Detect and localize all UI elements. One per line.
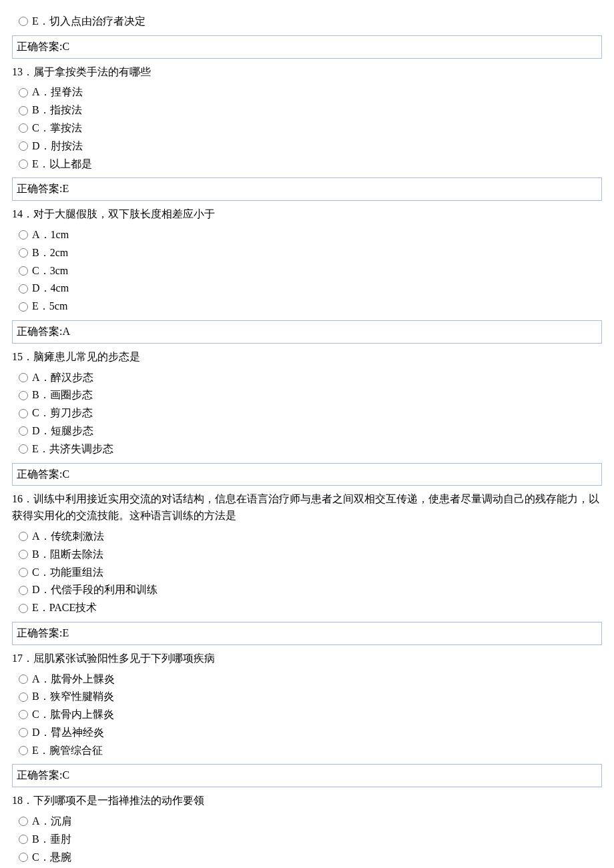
option-row[interactable]: A．传统刺激法: [12, 528, 602, 545]
radio-icon: [19, 444, 28, 454]
option-row[interactable]: B．阻断去除法: [12, 546, 602, 563]
option-text: E．以上都是: [32, 156, 92, 173]
option-row[interactable]: E．切入点由治疗者决定: [12, 13, 602, 30]
radio-icon: [19, 88, 28, 97]
option-row[interactable]: B．画圈步态: [12, 387, 602, 404]
answer-label: 正确答案:: [17, 326, 62, 337]
option-row[interactable]: E．以上都是: [12, 156, 602, 173]
option-text: E．腕管综合征: [32, 743, 103, 759]
option-text: A．1cm: [32, 227, 69, 244]
radio-icon: [19, 710, 28, 719]
answer-value: C: [62, 468, 69, 480]
question-partial-top: E．切入点由治疗者决定 正确答案:C: [12, 13, 602, 59]
option-text: C．肱骨内上髁炎: [32, 707, 114, 723]
option-text: B．阻断去除法: [32, 546, 103, 563]
option-row[interactable]: A．1cm: [12, 227, 602, 244]
option-row[interactable]: C．剪刀步态: [12, 405, 602, 422]
option-row[interactable]: A．醉汉步态: [12, 370, 602, 386]
question-block: 13．属于拿按类手法的有哪些A．捏脊法B．指按法C．掌按法D．肘按法E．以上都是…: [12, 64, 602, 201]
option-text: A．醉汉步态: [32, 370, 93, 386]
question-block: 15．脑瘫患儿常见的步态是A．醉汉步态B．画圈步态C．剪刀步态D．短腿步态E．共…: [12, 349, 602, 486]
option-row[interactable]: D．代偿手段的利用和训练: [12, 582, 602, 598]
option-row[interactable]: B．指按法: [12, 102, 602, 119]
option-row[interactable]: E．腕管综合征: [12, 743, 602, 759]
radio-icon: [19, 266, 28, 276]
option-text: D．臂丛神经炎: [32, 725, 104, 741]
answer-box: 正确答案:E: [12, 177, 602, 201]
question-stem: 14．对于大腿假肢，双下肢长度相差应小于: [12, 206, 602, 223]
option-row[interactable]: D．臂丛神经炎: [12, 725, 602, 741]
option-text: E．5cm: [32, 298, 67, 315]
question-block: 16．训练中利用接近实用交流的对话结构，信息在语言治疗师与患者之间双相交互传递，…: [12, 491, 602, 644]
option-row[interactable]: D．4cm: [12, 280, 602, 297]
option-row[interactable]: E．PACE技术: [12, 600, 602, 616]
radio-icon: [19, 284, 28, 294]
option-text: C．掌按法: [32, 120, 82, 137]
option-row[interactable]: A．肱骨外上髁炎: [12, 671, 602, 688]
option-row[interactable]: C．肱骨内上髁炎: [12, 707, 602, 723]
question-stem: 18．下列哪项不是一指禅推法的动作要领: [12, 793, 602, 809]
radio-icon: [19, 426, 28, 436]
option-row[interactable]: E．5cm: [12, 298, 602, 315]
radio-icon: [19, 373, 28, 382]
option-text: C．悬腕: [32, 849, 71, 866]
option-text: A．传统刺激法: [32, 528, 104, 545]
answer-label: 正确答案:: [17, 41, 62, 52]
option-row[interactable]: A．沉肩: [12, 813, 602, 830]
option-text: D．代偿手段的利用和训练: [32, 582, 158, 598]
option-text: C．3cm: [32, 263, 68, 280]
option-text: D．4cm: [32, 280, 69, 297]
radio-icon: [19, 817, 28, 826]
answer-value: E: [62, 627, 69, 638]
radio-icon: [19, 106, 28, 115]
answer-label: 正确答案:: [17, 468, 62, 480]
answer-label: 正确答案:: [17, 183, 62, 194]
option-text: D．短腿步态: [32, 423, 93, 440]
option-row[interactable]: E．共济失调步态: [12, 441, 602, 458]
option-row[interactable]: C．掌按法: [12, 120, 602, 137]
option-row[interactable]: C．3cm: [12, 263, 602, 280]
option-row[interactable]: B．垂肘: [12, 831, 602, 848]
option-text: B．2cm: [32, 245, 68, 262]
option-row[interactable]: A．捏脊法: [12, 84, 602, 101]
radio-icon: [19, 835, 28, 844]
option-text: B．垂肘: [32, 831, 71, 848]
option-row[interactable]: D．短腿步态: [12, 423, 602, 440]
option-text: A．肱骨外上髁炎: [32, 671, 115, 688]
option-text: E．共济失调步态: [32, 441, 113, 458]
question-stem: 17．屈肌紧张试验阳性多见于下列哪项疾病: [12, 650, 602, 667]
answer-box: 正确答案:C: [12, 764, 602, 787]
answer-value: A: [62, 326, 70, 337]
answer-label: 正确答案:: [17, 627, 62, 638]
option-row[interactable]: C．悬腕: [12, 849, 602, 866]
question-stem: 13．属于拿按类手法的有哪些: [12, 64, 602, 81]
option-row[interactable]: B．2cm: [12, 245, 602, 262]
radio-icon: [19, 302, 28, 312]
option-text: E．PACE技术: [32, 600, 97, 616]
radio-icon: [19, 159, 28, 169]
radio-icon: [19, 532, 28, 541]
option-text: A．沉肩: [32, 813, 72, 830]
option-text: C．剪刀步态: [32, 405, 93, 422]
question-block: 17．屈肌紧张试验阳性多见于下列哪项疾病A．肱骨外上髁炎B．狭窄性腱鞘炎C．肱骨…: [12, 650, 602, 788]
radio-icon: [19, 230, 28, 240]
question-block: 14．对于大腿假肢，双下肢长度相差应小于A．1cmB．2cmC．3cmD．4cm…: [12, 206, 602, 344]
radio-icon: [19, 568, 28, 577]
option-row[interactable]: B．狭窄性腱鞘炎: [12, 689, 602, 705]
option-text: A．捏脊法: [32, 84, 83, 101]
radio-icon: [19, 675, 28, 684]
answer-box: 正确答案:C: [12, 463, 602, 486]
option-text: B．画圈步态: [32, 387, 93, 404]
option-text: B．狭窄性腱鞘炎: [32, 689, 114, 705]
radio-icon: [19, 746, 28, 755]
answer-value: C: [62, 41, 69, 52]
answer-box: 正确答案:C: [12, 35, 602, 59]
option-row[interactable]: C．功能重组法: [12, 564, 602, 581]
radio-icon: [19, 693, 28, 702]
radio-icon: [19, 123, 28, 133]
option-text: D．肘按法: [32, 138, 83, 155]
answer-box: 正确答案:E: [12, 622, 602, 645]
answer-value: E: [62, 183, 69, 194]
question-stem: 16．训练中利用接近实用交流的对话结构，信息在语言治疗师与患者之间双相交互传递，…: [12, 491, 602, 524]
option-row[interactable]: D．肘按法: [12, 138, 602, 155]
